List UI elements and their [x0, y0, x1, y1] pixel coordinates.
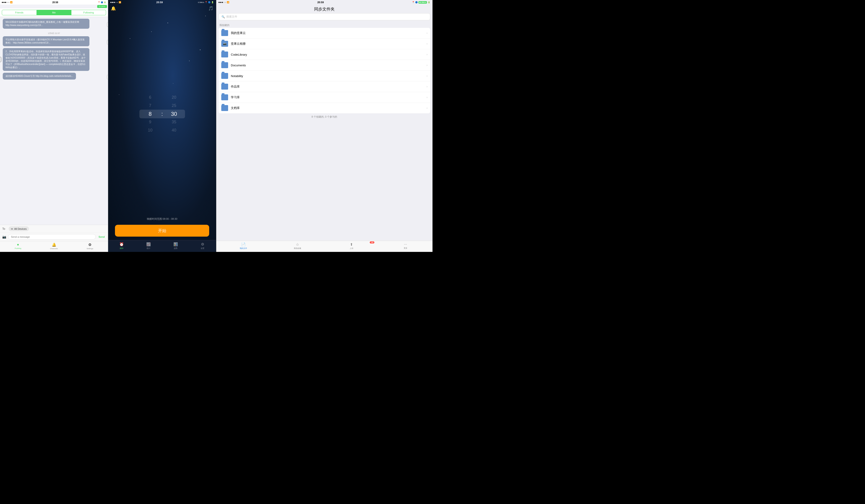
signal-area-3: 📶	[219, 1, 229, 3]
message-bubble-3: ⬛ 2、开机用黑苹果的U盘启动，到选择安装的界面按键盘的INSERT建，进入CL…	[3, 48, 90, 71]
panel-sync-folder: 📶 20:59 📍 🔵 68.95K/s 🔋 同步文件夹 🔍 搜索文件 我创建的…	[216, 0, 432, 252]
wifi-icon-2: 📶	[119, 1, 121, 3]
camera-button[interactable]: 📷	[2, 235, 6, 239]
panel2-top-icons: 🔔 🎵	[108, 4, 216, 12]
send-button[interactable]: Send	[97, 235, 106, 238]
time-picker-inner: 6 7 8 9 10 : 20 25 30 35 40	[140, 93, 184, 134]
status-icons-1: 📍 🔵 🔋	[98, 1, 106, 3]
nav-my-files[interactable]: 📄 我的文件	[216, 242, 270, 250]
location-icon: 📍	[98, 1, 100, 3]
battery-icon-2: 🔋	[211, 1, 214, 3]
message-input[interactable]	[8, 234, 96, 239]
status-time-3: 20:59	[317, 1, 324, 4]
folder-item-xuexiku[interactable]: 学习库 ›	[219, 92, 430, 103]
signal-strength	[2, 2, 9, 3]
signal-2	[111, 2, 118, 3]
more-label: 更多	[404, 247, 407, 249]
time-picker[interactable]: 6 7 8 9 10 : 20 25 30 35 40	[108, 12, 216, 215]
stats-icon: 📈	[146, 242, 151, 246]
time-colon: :	[161, 111, 163, 117]
dot5	[8, 2, 9, 3]
trend-icon: 📊	[173, 242, 178, 246]
search-bar[interactable]: 🔍 搜索文件	[219, 13, 430, 20]
nav-stats[interactable]: 📈 统计	[135, 242, 162, 250]
screen-share-icon[interactable]: ⬛	[0, 57, 1, 62]
folder-item-album[interactable]: 📷 坚果云相册 ›	[219, 38, 430, 49]
device-name: All Devices	[14, 227, 26, 230]
folder-item-wendangku[interactable]: 文档库 ›	[219, 103, 430, 113]
status-bar-3: 📶 20:59 📍 🔵 68.95K/s 🔋	[216, 0, 432, 4]
settings-icon: ⚙	[88, 243, 91, 247]
nav-alarm[interactable]: ⏰ 闹钟	[108, 242, 135, 250]
compose-area: To ∞ All Devices 📷 Send	[0, 225, 108, 241]
nav-upload[interactable]: 449 ⬆ 上传	[324, 242, 378, 250]
nav-channels[interactable]: 🔔 Channels	[36, 243, 72, 250]
channels-label: Channels	[50, 248, 58, 250]
arrow-1: ›	[427, 32, 427, 35]
folder-icon-5	[221, 73, 228, 79]
folder-icon-6	[221, 84, 228, 90]
folder-name-6: 作品库	[231, 84, 424, 89]
arrow-5: ›	[427, 74, 427, 78]
share-btn-1[interactable]: ⬆	[107, 22, 108, 27]
files-label: 我的文件	[240, 247, 247, 250]
status-right-3: 📍 🔵 68.95K/s 🔋	[412, 1, 430, 4]
folder-name-8: 文档库	[231, 106, 424, 110]
device-selector[interactable]: ∞ All Devices	[9, 226, 29, 231]
location-icon-3: 📍	[412, 1, 415, 3]
status-bar-1: 📶 20:58 📍 🔵 🔋	[0, 0, 108, 4]
start-button[interactable]: 开始	[115, 225, 209, 237]
nav-settings-2[interactable]: ⚙ 设置	[189, 242, 216, 250]
folder-list: 我的坚果云 › 📷 坚果云相册 › CodeLibrary › Document…	[219, 28, 430, 113]
section-label: 我创建的	[216, 22, 432, 28]
folder-item-jiguoyun[interactable]: 我的坚果云 ›	[219, 28, 430, 38]
hour-7: 7	[149, 102, 151, 110]
status-right-2: 0.58K/s 📍 🔵 🔋	[198, 1, 214, 3]
message-text-2: 可以帮助大部分新手安装成功（最详细的OS X Mountain Lion10.8…	[5, 38, 85, 44]
speed-badge-1: 0.12K/s	[97, 5, 107, 8]
dot2-5	[117, 2, 118, 3]
min-25: 25	[172, 102, 176, 110]
battery-icon: 🔋	[104, 1, 106, 3]
status-time-1: 20:58	[52, 1, 58, 4]
tab-following[interactable]: Following	[71, 10, 106, 15]
settings-label: Settings	[87, 248, 93, 250]
folder-item-notability[interactable]: Notability ›	[219, 71, 430, 81]
folder-item-documents[interactable]: Documents ›	[219, 60, 430, 71]
nav-more[interactable]: ··· 更多	[378, 242, 432, 250]
folder-item-zuopinku[interactable]: 作品库 ›	[219, 81, 430, 92]
nav-trend[interactable]: 📊 趋势	[162, 242, 189, 250]
nav-offline[interactable]: ☆ 离线收藏	[270, 242, 324, 250]
min-30-selected: 30	[171, 110, 177, 118]
nav-settings[interactable]: ⚙ Settings	[72, 243, 108, 250]
panel3-title: 同步文件夹	[216, 4, 432, 13]
folder-name-7: 学习库	[231, 95, 424, 99]
music-icon[interactable]: 🎵	[208, 6, 213, 11]
offline-icon: ☆	[296, 242, 299, 247]
bell-icon[interactable]: 🔔	[111, 6, 116, 11]
wake-range: 唤醒时间范围 08:00 - 08:30	[108, 215, 216, 222]
search-icon: 🔍	[221, 15, 225, 19]
pushing-icon: ●	[17, 243, 19, 247]
tab-friends[interactable]: Friends	[2, 10, 37, 15]
arrow-3: ›	[427, 53, 427, 56]
message-bubble-2: 可以帮助大部分新手安装成功（最详细的OS X Mountain Lion10.8…	[3, 36, 90, 46]
speed-2: 0.58K/s	[198, 1, 204, 3]
dot3	[5, 2, 6, 3]
panel2-bottom-nav: ⏰ 闹钟 📈 统计 📊 趋势 ⚙ 设置	[108, 240, 216, 252]
dot2	[3, 2, 4, 3]
message-row-2: 可以帮助大部分新手安装成功（最详细的OS X Mountain Lion10.8…	[3, 36, 105, 48]
offline-label: 离线收藏	[294, 247, 301, 250]
hour-10: 10	[148, 126, 152, 134]
pushing-label: Pushing	[15, 247, 21, 249]
tab-me[interactable]: Me	[37, 10, 71, 15]
message-bubble-4: 成功驱动HD4600-Clover引导 http://m.blog.csdn.n…	[3, 73, 76, 80]
message-text-4: 成功驱动HD4600-Clover引导 http://m.blog.csdn.n…	[5, 75, 73, 77]
share-btn-4[interactable]: ⬆	[107, 75, 108, 79]
folder-item-codelibrary[interactable]: CodeLibrary ›	[219, 49, 430, 60]
nav-pushing[interactable]: ● Pushing	[0, 243, 36, 250]
stats-label: 统计	[147, 247, 150, 250]
files-icon: 📄	[241, 242, 246, 247]
share-btn-2[interactable]: ⬆	[107, 40, 108, 45]
alarm-icon: ⏰	[119, 242, 124, 246]
